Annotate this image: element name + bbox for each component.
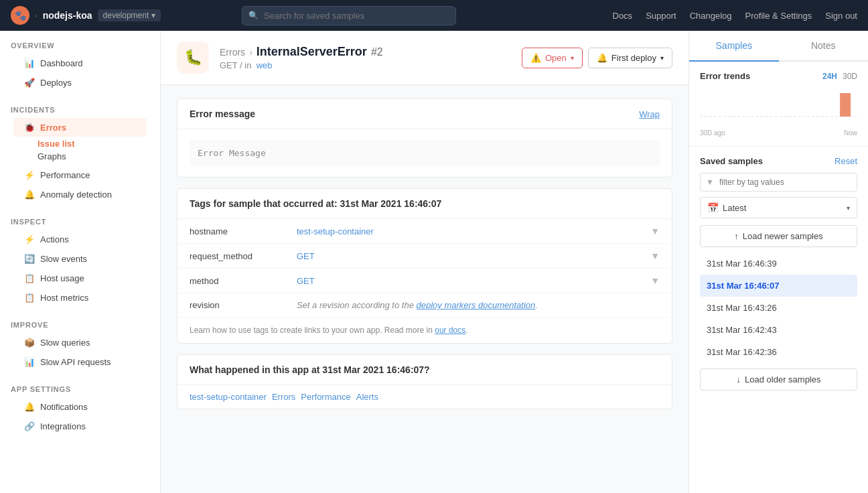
panel-tabs: Samples Notes <box>689 31 868 62</box>
error-context: web <box>257 60 273 70</box>
sidebar-item-errors[interactable]: 🐞 Errors <box>13 118 147 137</box>
header-info: Errors › InternalServerError #2 GET / in… <box>220 45 383 70</box>
docs-link[interactable]: Docs <box>613 11 633 21</box>
dropdown-label: Latest <box>723 203 843 213</box>
sidebar-item-deploys[interactable]: 🚀 Deploys <box>13 73 147 92</box>
sidebar-item-anomaly[interactable]: 🔔 Anomaly detection <box>13 185 147 204</box>
sidebar-sub-issue-list[interactable]: Issue list <box>11 137 149 150</box>
trends-30d-link[interactable]: 30D <box>843 72 857 81</box>
improve-title: IMPROVE <box>11 321 149 329</box>
tag-errors-link[interactable]: Errors <box>272 392 295 402</box>
page-header: 🐛 Errors › InternalServerError #2 GET / … <box>161 31 689 85</box>
tag-alerts-link[interactable]: Alerts <box>356 392 378 402</box>
env-label: development <box>103 11 149 20</box>
error-message-card-header: Error message Wrap <box>177 99 672 129</box>
host-metrics-label: Host metrics <box>40 293 88 303</box>
support-link[interactable]: Support <box>646 11 676 21</box>
sample-item-1[interactable]: 31st Mar 16:46:07 <box>700 275 857 297</box>
sidebar-item-slow-api[interactable]: 📊 Slow API requests <box>13 352 147 371</box>
load-older-button[interactable]: ↓ Load older samples <box>700 368 857 391</box>
sidebar-item-dashboard[interactable]: 📊 Dashboard <box>13 54 147 72</box>
filter-input[interactable] <box>700 173 857 192</box>
tag-key-hostname: hostname <box>190 226 297 236</box>
content-area: Error message Wrap Error Message Tags fo… <box>161 85 689 423</box>
search-input[interactable] <box>242 6 456 25</box>
env-badge[interactable]: development ▾ <box>98 9 161 21</box>
deploy-markers-link[interactable]: deploy markers documentation <box>417 300 536 310</box>
what-happened-tags: test-setup-container Errors Performance … <box>177 385 672 409</box>
trends-24h-link[interactable]: 24H <box>822 72 837 81</box>
sidebar-item-performance[interactable]: ⚡ Performance <box>13 165 147 184</box>
slow-api-label: Slow API requests <box>40 357 111 367</box>
sample-item-2[interactable]: 31st Mar 16:43:26 <box>700 297 857 319</box>
app-name[interactable]: nodejs-koa <box>43 10 92 21</box>
errors-icon: 🐞 <box>24 122 35 133</box>
tab-notes[interactable]: Notes <box>779 31 869 62</box>
tag-key-revision: revision <box>190 300 297 310</box>
filter-icon: ▼ <box>706 178 714 187</box>
our-docs-link[interactable]: our docs <box>435 326 465 335</box>
sidebar-item-slow-events[interactable]: 🔄 Slow events <box>13 249 147 268</box>
tag-row-request-method: request_method GET ▼ <box>177 244 672 269</box>
sample-item-0[interactable]: 31st Mar 16:46:39 <box>700 253 857 275</box>
tag-value-method[interactable]: GET <box>297 276 650 286</box>
inspect-section: INSPECT ⚡ Actions 🔄 Slow events 📋 Host u… <box>0 207 160 310</box>
first-deploy-button[interactable]: 🔔 First deploy ▾ <box>588 48 672 68</box>
error-message-card: Error message Wrap Error Message <box>177 98 672 178</box>
host-usage-label: Host usage <box>40 273 84 283</box>
profile-settings-link[interactable]: Profile & Settings <box>745 11 812 21</box>
error-message-title: Error message <box>190 109 255 119</box>
sample-item-3[interactable]: 31st Mar 16:42:43 <box>700 319 857 341</box>
env-chevron-icon: ▾ <box>151 11 155 20</box>
tag-row-revision: revision Set a revision according to the… <box>177 293 672 318</box>
host-metrics-icon: 📋 <box>24 292 35 303</box>
search-icon: 🔍 <box>248 11 259 20</box>
filter-input-wrap: ▼ <box>700 173 857 192</box>
tab-samples[interactable]: Samples <box>689 31 779 62</box>
filter-icon-hostname[interactable]: ▼ <box>650 226 660 236</box>
sidebar-sub-graphs[interactable]: Graphs <box>11 150 149 163</box>
sidebar-item-slow-queries[interactable]: 📦 Slow queries <box>13 333 147 352</box>
tag-value-request-method[interactable]: GET <box>297 251 650 261</box>
tag-row-hostname: hostname test-setup-container ▼ <box>177 219 672 244</box>
app-logo: 🐾 <box>11 6 29 25</box>
sample-item-4[interactable]: 31st Mar 16:42:36 <box>700 341 857 363</box>
sidebar-item-host-usage[interactable]: 📋 Host usage <box>13 269 147 287</box>
load-older-icon: ↓ <box>737 374 741 384</box>
latest-dropdown[interactable]: 📅 Latest ▾ <box>700 197 857 218</box>
trends-axis: 30D ago Now <box>700 129 857 137</box>
reset-button[interactable]: Reset <box>835 156 857 166</box>
tag-performance-link[interactable]: Performance <box>301 392 350 402</box>
filter-icon-request-method[interactable]: ▼ <box>650 251 660 261</box>
breadcrumb-sep: › <box>249 47 252 58</box>
bell-icon: 🔔 <box>597 53 607 63</box>
error-subtitle: GET / in web <box>220 60 383 70</box>
error-icon-box: 🐛 <box>177 42 209 74</box>
slow-queries-label: Slow queries <box>40 338 90 348</box>
errors-breadcrumb-link[interactable]: Errors <box>220 47 245 58</box>
sign-out-link[interactable]: Sign out <box>825 11 857 21</box>
sidebar-item-integrations[interactable]: 🔗 Integrations <box>13 417 147 435</box>
nav-links: Docs Support Changelog Profile & Setting… <box>613 11 857 21</box>
what-happened-card: What happened in this app at 31st Mar 20… <box>177 354 672 409</box>
sidebar-item-notifications[interactable]: 🔔 Notifications <box>13 397 147 416</box>
right-panel: Samples Notes Error trends 24H 30D <box>689 31 868 493</box>
changelog-link[interactable]: Changelog <box>690 11 732 21</box>
actions-label: Actions <box>40 234 69 244</box>
app-settings-title: APP SETTINGS <box>11 385 149 393</box>
sidebar-item-actions[interactable]: ⚡ Actions <box>13 230 147 249</box>
error-number: #2 <box>371 46 383 58</box>
sidebar-item-host-metrics[interactable]: 📋 Host metrics <box>13 288 147 307</box>
tag-note: Learn how to use tags to create links to… <box>177 318 672 343</box>
filter-icon-method[interactable]: ▼ <box>650 275 660 286</box>
load-newer-button[interactable]: ↑ Load newer samples <box>700 225 857 247</box>
tag-container-link[interactable]: test-setup-container <box>190 392 267 402</box>
open-chevron-icon: ▾ <box>571 54 574 62</box>
trends-chart <box>700 86 857 127</box>
tag-value-hostname[interactable]: test-setup-container <box>297 226 650 236</box>
integrations-icon: 🔗 <box>24 421 35 431</box>
breadcrumb-chevron: › <box>35 11 38 19</box>
open-button[interactable]: ⚠️ Open ▾ <box>522 48 583 68</box>
wrap-button[interactable]: Wrap <box>639 109 660 119</box>
anomaly-icon: 🔔 <box>24 189 35 200</box>
